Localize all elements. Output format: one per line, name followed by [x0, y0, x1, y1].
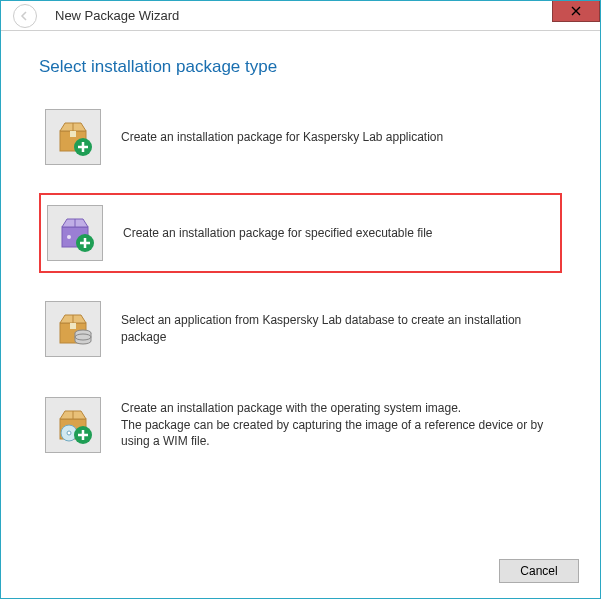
svg-rect-13 [70, 323, 76, 329]
window-title: New Package Wizard [55, 8, 179, 23]
option-kaspersky-app[interactable]: Create an installation package for Kaspe… [39, 103, 562, 171]
option-label: Create an installation package for speci… [123, 225, 433, 242]
package-disc-add-icon [45, 397, 101, 453]
svg-rect-3 [70, 131, 76, 137]
option-kaspersky-database[interactable]: Select an application from Kaspersky Lab… [39, 295, 562, 363]
close-button[interactable] [552, 0, 600, 22]
package-db-icon [45, 301, 101, 357]
package-purple-add-icon [47, 205, 103, 261]
footer: Cancel [499, 559, 579, 583]
svg-point-20 [67, 431, 71, 435]
option-label: Select an application from Kaspersky Lab… [121, 312, 556, 346]
titlebar: New Package Wizard [1, 1, 600, 31]
svg-point-8 [67, 235, 71, 239]
option-os-image[interactable]: Create an installation package with the … [39, 391, 562, 459]
back-button [13, 4, 37, 28]
cancel-button[interactable]: Cancel [499, 559, 579, 583]
options-list: Create an installation package for Kaspe… [39, 103, 562, 459]
wizard-content: Select installation package type Create … [1, 31, 600, 459]
option-label: Create an installation package for Kaspe… [121, 129, 443, 146]
package-add-icon [45, 109, 101, 165]
page-heading: Select installation package type [39, 57, 562, 77]
close-icon [571, 6, 581, 16]
option-label: Create an installation package with the … [121, 400, 556, 450]
option-executable-file[interactable]: Create an installation package for speci… [39, 193, 562, 273]
